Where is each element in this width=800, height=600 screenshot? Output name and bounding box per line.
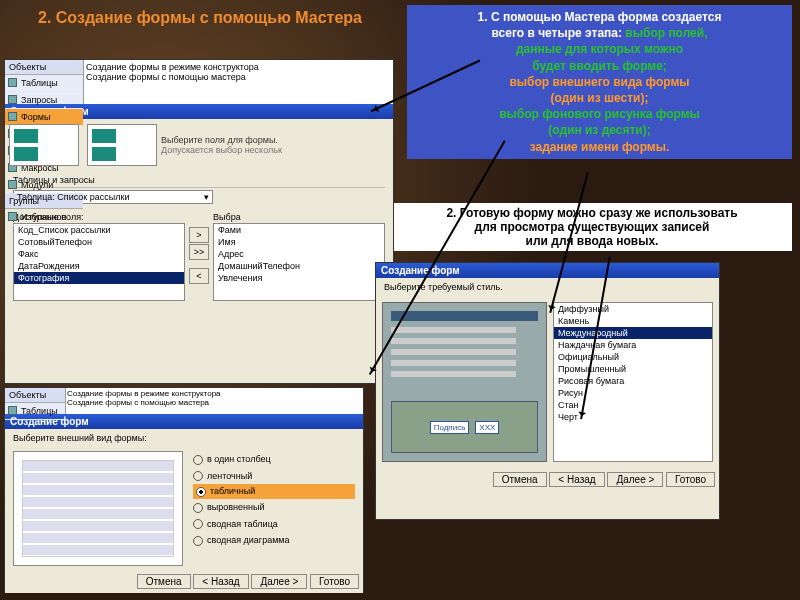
cancel-button[interactable]: Отмена [137, 574, 191, 589]
list-item[interactable]: ДомашнийТелефон [214, 260, 384, 272]
remove-field-button[interactable]: < [189, 268, 209, 284]
list-item[interactable]: Фами [214, 224, 384, 236]
back-button[interactable]: < Назад [193, 574, 248, 589]
layout-preview [13, 451, 183, 566]
selected-fields-label: Выбра [213, 212, 385, 222]
list-item[interactable]: Камень [554, 315, 712, 327]
list-item[interactable]: Имя [214, 236, 384, 248]
wizard-fields-window: Объекты Таблицы Запросы Формы Отчеты Стр… [4, 59, 394, 384]
finish-button[interactable]: Готово [666, 472, 715, 487]
layout-option[interactable]: сводная диаграмма [193, 532, 355, 549]
callout-line: (один из десяти); [413, 122, 786, 138]
list-item[interactable]: Адрес [214, 248, 384, 260]
style-preview: Подпись XXX [382, 302, 547, 462]
list-item[interactable]: Фотография [14, 272, 184, 284]
finish-button[interactable]: Готово [310, 574, 359, 589]
create-wizard[interactable]: Создание формы с помощью мастера [86, 72, 391, 82]
callout-usage: 2. Готовую форму можно сразу же использо… [392, 203, 792, 251]
wizard-layout-window: Объекты Таблицы Создание формы в режиме … [4, 387, 364, 592]
wizard-instruction: Выберите требуемый стиль. [376, 278, 719, 296]
sidebar-item-queries[interactable]: Запросы [5, 92, 83, 109]
next-button[interactable]: Далее > [251, 574, 307, 589]
callout-line: 1. С помощью Мастера форма создается [413, 9, 786, 25]
wizard-instruction: Выберите внешний вид формы: [5, 429, 363, 447]
sidebar-item-tables[interactable]: Таблицы [5, 403, 65, 420]
create-designer[interactable]: Создание формы в режиме конструктора [67, 389, 362, 398]
list-item[interactable]: ДатаРождения [14, 260, 184, 272]
wizard-buttons: Отмена < Назад Далее > Готово [376, 468, 719, 491]
list-item[interactable]: Увлечения [214, 272, 384, 284]
wizard-buttons: Отмена < Назад Далее > Готово [5, 570, 363, 593]
cancel-button[interactable]: Отмена [493, 472, 547, 487]
table-icon [8, 78, 17, 87]
layout-option[interactable]: в один столбец [193, 451, 355, 468]
db-sidebar-small: Объекты Таблицы [5, 388, 65, 414]
back-button[interactable]: < Назад [549, 472, 604, 487]
layout-option[interactable]: табличный [193, 484, 355, 499]
create-designer[interactable]: Создание формы в режиме конструктора [86, 62, 391, 72]
callout-line: всего в четыре этапа: выбор полей, [413, 25, 786, 41]
add-all-button[interactable]: >> [189, 244, 209, 260]
db-sidebar: Объекты Таблицы Запросы Формы Отчеты Стр… [5, 60, 83, 104]
list-item[interactable]: Диффузный [554, 303, 712, 315]
callout-line: или для ввода новых. [396, 234, 788, 248]
slide-title: 2. Создание формы с помощью Мастера [10, 8, 390, 29]
list-item[interactable]: Промышленный [554, 363, 712, 375]
wizard-instruction: Выберите поля для формы. Допускается выб… [161, 133, 393, 157]
available-fields-list[interactable]: Код_Список рассылки СотовыйТелефон Факс … [13, 223, 185, 301]
selected-fields-list[interactable]: Фами Имя Адрес ДомашнийТелефон Увлечения [213, 223, 385, 301]
preview-data: XXX [475, 421, 499, 434]
add-field-button[interactable]: > [189, 227, 209, 243]
wizard-illustration-icon [87, 124, 157, 166]
sidebar-item-favorites[interactable]: Избранное [5, 209, 83, 226]
star-icon [8, 212, 17, 221]
layout-option[interactable]: выровненный [193, 499, 355, 516]
next-button[interactable]: Далее > [607, 472, 663, 487]
sidebar-header: Объекты [5, 388, 65, 403]
layout-options: в один столбец ленточный табличный выров… [193, 451, 355, 566]
sidebar-item-tables[interactable]: Таблицы [5, 75, 83, 92]
list-item[interactable]: Наждачная бумага [554, 339, 712, 351]
sidebar-item-modules[interactable]: Модули [5, 177, 83, 194]
wizard-illustration-icon [9, 124, 79, 166]
callout-line: задание имени формы. [413, 139, 786, 155]
sidebar-header: Объекты [5, 60, 83, 75]
callout-line: выбор внешнего вида формы [413, 74, 786, 90]
list-item[interactable]: Международный [554, 327, 712, 339]
table-icon [8, 406, 17, 415]
list-item[interactable]: Факс [14, 248, 184, 260]
callout-steps: 1. С помощью Мастера форма создается все… [407, 5, 792, 159]
callout-line: выбор фонового рисунка формы [413, 106, 786, 122]
query-icon [8, 95, 17, 104]
list-item[interactable]: Стан [554, 399, 712, 411]
create-wizard[interactable]: Создание формы с помощью мастера [67, 398, 362, 407]
list-item[interactable]: СотовыйТелефон [14, 236, 184, 248]
callout-line: данные для которых можно [413, 41, 786, 57]
callout-line: (один из шести); [413, 90, 786, 106]
preview-label: Подпись [430, 421, 470, 434]
chevron-down-icon: ▾ [204, 192, 209, 202]
layout-option[interactable]: сводная таблица [193, 516, 355, 533]
list-item[interactable]: Рисун [554, 387, 712, 399]
create-options-list: Создание формы в режиме конструктора Соз… [83, 60, 393, 104]
callout-line: 2. Готовую форму можно сразу же использо… [396, 206, 788, 220]
list-item[interactable]: Рисовая бумага [554, 375, 712, 387]
style-list[interactable]: Диффузный Камень Международный Наждачная… [553, 302, 713, 462]
module-icon [8, 180, 17, 189]
layout-option[interactable]: ленточный [193, 468, 355, 485]
list-item[interactable]: Официальный [554, 351, 712, 363]
form-icon [8, 112, 17, 121]
wizard-style-window: Создание форм Выберите требуемый стиль. … [375, 262, 720, 520]
